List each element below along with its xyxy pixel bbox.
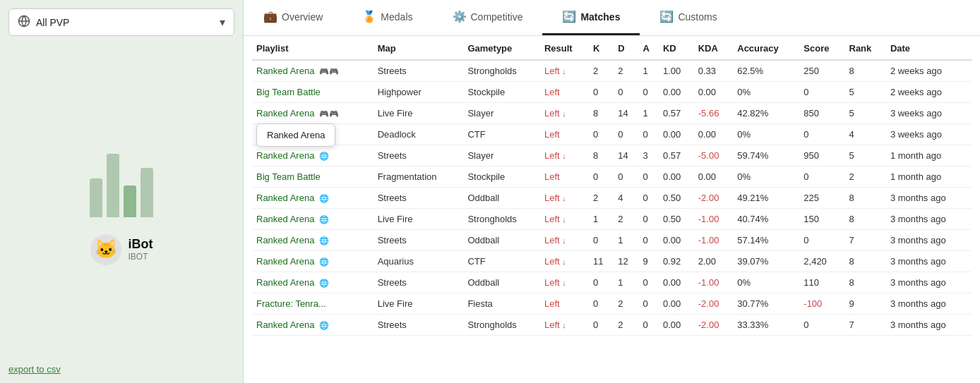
cell-result: Left: [540, 82, 589, 103]
cell-result: Left ↓: [540, 230, 589, 251]
matches-icon: 🔄: [562, 10, 576, 23]
cell-kd: 0.00: [659, 293, 694, 315]
cell-d: 1: [614, 230, 638, 251]
cell-result: Left ↓: [540, 60, 589, 82]
cell-kd: 0.00: [659, 230, 694, 251]
avatar: 🐱: [90, 234, 121, 265]
tab-medals[interactable]: 🏅 Medals: [342, 0, 432, 35]
cell-rank: 2: [845, 166, 886, 188]
competitive-icon: ⚙️: [453, 10, 467, 23]
cell-a: 1: [638, 103, 659, 124]
cell-date: 3 months ago: [886, 188, 972, 209]
col-result: Result: [540, 36, 589, 60]
col-d: D: [614, 36, 638, 60]
cell-map: Live Fire: [374, 209, 464, 230]
cell-date: 2 weeks ago: [886, 60, 972, 82]
globe-icon: [18, 15, 30, 30]
cell-map: Streets: [374, 315, 464, 336]
pvp-selector[interactable]: All PVP ▾: [8, 8, 234, 36]
cell-rank: 5: [845, 103, 886, 124]
bar-2: [107, 154, 119, 217]
cell-kd: 0.00: [659, 166, 694, 188]
cell-k: 0: [589, 166, 614, 188]
col-date: Date: [886, 36, 972, 60]
cell-a: 1: [638, 60, 659, 82]
playlist-link[interactable]: Big Team Battle: [256, 87, 321, 97]
cell-d: 1: [614, 272, 638, 293]
playlist-link[interactable]: Ranked Arena: [256, 214, 314, 224]
tab-competitive[interactable]: ⚙️ Competitive: [433, 0, 543, 35]
playlist-link[interactable]: Ranked Arena: [256, 193, 314, 203]
cell-k: 0: [589, 315, 614, 336]
cell-kd: 0.57: [659, 103, 694, 124]
table-row: Ranked Arena 🎮🎮Ranked ArenaLive FireSlay…: [252, 103, 972, 124]
playlist-link[interactable]: Fracture: Tenra...: [256, 298, 326, 309]
cell-playlist: Ranked Arena 🌐: [252, 188, 374, 209]
playlist-link[interactable]: Big Team Battle: [256, 171, 321, 182]
tab-matches[interactable]: 🔄 Matches: [542, 0, 640, 35]
cell-playlist: Fracture: Tenra...: [252, 293, 374, 315]
cell-accuracy: 0%: [733, 166, 799, 188]
cell-a: 0: [638, 315, 659, 336]
cell-rank: 7: [845, 230, 886, 251]
playlist-link[interactable]: Ranked Arena: [256, 320, 314, 330]
cell-d: 2: [614, 315, 638, 336]
tab-customs-label: Customs: [678, 11, 717, 23]
cell-k: 0: [589, 293, 614, 315]
tab-competitive-label: Competitive: [471, 11, 523, 23]
cell-kda: -1.00: [694, 230, 734, 251]
col-a: A: [638, 36, 659, 60]
tab-customs[interactable]: 🔄 Customs: [640, 0, 736, 35]
main-content: 💼 Overview 🏅 Medals ⚙️ Competitive 🔄 Mat…: [244, 0, 980, 383]
playlist-type-icon: 🌐: [316, 320, 328, 330]
table-row: Ranked Arena 🌐StreetsOddballLeft ↓0100.0…: [252, 230, 972, 251]
cell-gametype: Strongholds: [463, 60, 540, 82]
playlist-type-icon: 🌐: [316, 257, 328, 267]
playlist-link[interactable]: Ranked Arena: [256, 256, 314, 267]
cell-kd: 0.00: [659, 124, 694, 145]
cell-map: Streets: [374, 145, 464, 166]
export-csv-link[interactable]: export to csv: [8, 364, 61, 375]
col-kda: KDA: [694, 36, 734, 60]
cell-d: 14: [614, 145, 638, 166]
cell-score: 850: [799, 103, 844, 124]
cell-kda: -5.66: [694, 103, 734, 124]
cell-map: Live Fire: [374, 293, 464, 315]
cell-score: 0: [799, 230, 844, 251]
cell-k: 1: [589, 209, 614, 230]
playlist-type-icon: 🎮🎮: [316, 66, 338, 76]
cell-date: 3 months ago: [886, 230, 972, 251]
playlist-link[interactable]: Ranked Arena: [256, 66, 314, 76]
cell-date: 3 weeks ago: [886, 103, 972, 124]
cell-kd: 0.50: [659, 188, 694, 209]
avatar-area: 🐱 iBot IBOT: [90, 47, 153, 364]
cell-playlist: Ranked Arena 🌐: [252, 272, 374, 293]
cell-k: 11: [589, 251, 614, 272]
cell-d: 0: [614, 124, 638, 145]
cell-kd: 0.00: [659, 272, 694, 293]
cell-a: 0: [638, 272, 659, 293]
chevron-down-icon: ▾: [220, 16, 225, 29]
playlist-link[interactable]: Ranked Arena: [256, 277, 314, 288]
cell-date: 3 months ago: [886, 251, 972, 272]
user-gamertag: IBOT: [129, 252, 153, 262]
cell-gametype: Strongholds: [463, 315, 540, 336]
playlist-link[interactable]: Ranked Arena: [256, 235, 314, 245]
cell-accuracy: 30.77%: [733, 293, 799, 315]
cell-score: 0: [799, 315, 844, 336]
cell-k: 2: [589, 60, 614, 82]
cell-k: 8: [589, 103, 614, 124]
cell-gametype: Stockpile: [463, 166, 540, 188]
col-map: Map: [374, 36, 464, 60]
customs-icon: 🔄: [659, 10, 674, 23]
cell-rank: 8: [845, 188, 886, 209]
cell-k: 0: [589, 230, 614, 251]
cell-result: Left: [540, 293, 589, 315]
col-k: K: [589, 36, 614, 60]
table-row: Ranked Arena 🌐StreetsSlayerLeft ↓81430.5…: [252, 145, 972, 166]
playlist-link[interactable]: Ranked Arena: [256, 150, 314, 161]
tab-overview[interactable]: 💼 Overview: [244, 0, 342, 35]
cell-gametype: Oddball: [463, 230, 540, 251]
cell-accuracy: 57.14%: [733, 230, 799, 251]
playlist-link[interactable]: Ranked Arena: [256, 108, 314, 118]
